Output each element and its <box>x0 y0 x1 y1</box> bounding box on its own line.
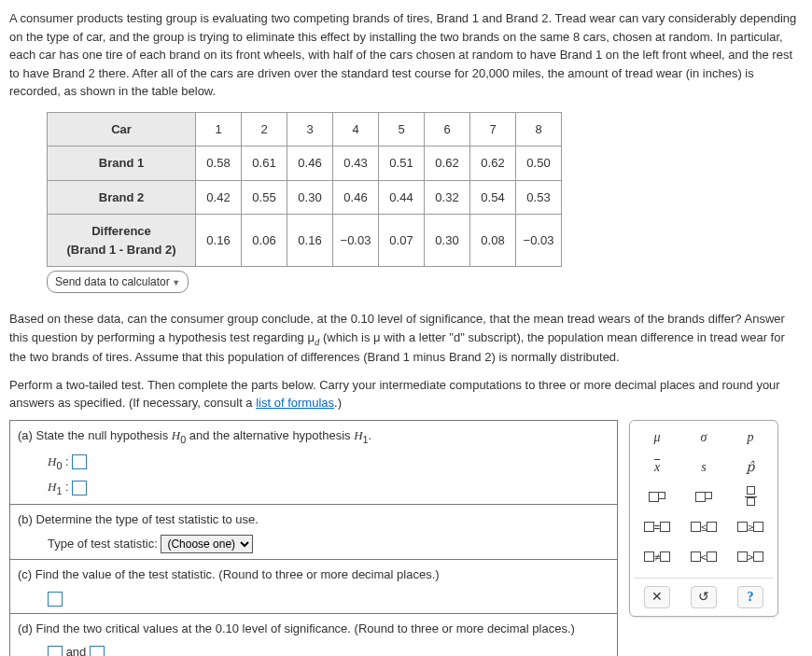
cell: 0.61 <box>242 147 287 181</box>
symbol-gt[interactable]: > <box>733 548 768 566</box>
header-5: 5 <box>379 112 425 147</box>
cell: 0.54 <box>470 180 516 215</box>
close-button[interactable]: ✕ <box>644 586 670 608</box>
symbol-lt[interactable]: < <box>686 548 721 566</box>
symbol-palette: μ σ p x s p̂ = ≤ ≥ ≠ < > <box>629 420 778 617</box>
cell: 0.51 <box>379 147 425 181</box>
header-4: 4 <box>333 112 379 147</box>
symbol-p[interactable]: p <box>733 428 768 447</box>
header-1: 1 <box>196 112 242 147</box>
instructions: Perform a two-tailed test. Then complete… <box>9 376 803 412</box>
cell: 0.08 <box>470 215 516 267</box>
row-label-brand2: Brand 2 <box>48 180 196 215</box>
symbol-sigma[interactable]: σ <box>686 428 721 447</box>
test-statistic-select[interactable]: (Choose one) <box>161 535 253 553</box>
table-row: Brand 2 0.42 0.55 0.30 0.46 0.44 0.32 0.… <box>48 180 562 215</box>
cell: −0.03 <box>333 215 379 267</box>
test-stat-input[interactable] <box>48 592 63 607</box>
part-b: (b) Determine the type of test statistic… <box>10 505 617 560</box>
cell: 0.16 <box>287 215 333 267</box>
row-label-brand1: Brand 1 <box>48 147 196 181</box>
part-d: (d) Find the two critical values at the … <box>10 614 617 656</box>
cell: 0.30 <box>287 180 333 215</box>
symbol-mu[interactable]: μ <box>639 428 675 447</box>
data-table: Car 1 2 3 4 5 6 7 8 Brand 1 0.58 0.61 0.… <box>47 112 562 268</box>
table-row: Brand 1 0.58 0.61 0.46 0.43 0.51 0.62 0.… <box>48 147 562 181</box>
cell: 0.42 <box>196 180 242 215</box>
cell: 0.46 <box>287 147 333 181</box>
cell: 0.44 <box>379 180 425 215</box>
symbol-subscript[interactable] <box>686 488 721 507</box>
reset-button[interactable]: ↺ <box>691 586 717 608</box>
send-data-button[interactable]: Send data to calculator <box>47 271 189 293</box>
cell: 0.43 <box>333 147 379 181</box>
symbol-exponent[interactable] <box>639 488 675 507</box>
question-paragraph: Based on these data, can the consumer gr… <box>9 310 803 367</box>
cell: 0.50 <box>516 147 562 181</box>
cell: 0.07 <box>379 215 425 267</box>
h1-input[interactable] <box>72 481 87 495</box>
formulas-link[interactable]: list of formulas <box>256 396 334 410</box>
part-a: (a) State the null hypothesis H0 and the… <box>10 421 617 505</box>
h0-input[interactable] <box>72 454 87 469</box>
crit-value-1-input[interactable] <box>48 646 63 656</box>
cell: 0.06 <box>242 215 287 267</box>
symbol-fraction[interactable] <box>733 488 768 507</box>
symbol-le[interactable]: ≤ <box>686 518 721 537</box>
header-car: Car <box>48 112 196 147</box>
help-button[interactable]: ? <box>737 586 763 608</box>
symbol-s[interactable]: s <box>686 458 721 477</box>
cell: 0.46 <box>333 180 379 215</box>
symbol-xbar[interactable]: x <box>639 458 675 477</box>
crit-value-2-input[interactable] <box>90 646 105 656</box>
cell: 0.53 <box>516 180 562 215</box>
cell: −0.03 <box>516 215 562 267</box>
header-6: 6 <box>425 112 470 147</box>
header-8: 8 <box>516 112 562 147</box>
symbol-ge[interactable]: ≥ <box>733 518 768 537</box>
symbol-phat[interactable]: p̂ <box>733 458 768 477</box>
cell: 0.16 <box>196 215 242 267</box>
cell: 0.30 <box>425 215 470 267</box>
cell: 0.58 <box>196 147 242 181</box>
symbol-equals[interactable]: = <box>639 518 675 537</box>
part-c: (c) Find the value of the test statistic… <box>10 560 617 614</box>
header-3: 3 <box>287 112 333 147</box>
cell: 0.62 <box>425 147 470 181</box>
cell: 0.55 <box>242 180 287 215</box>
header-7: 7 <box>470 112 516 147</box>
cell: 0.32 <box>425 180 470 215</box>
symbol-ne[interactable]: ≠ <box>639 548 675 566</box>
table-row: Difference (Brand 1 - Brand 2) 0.16 0.06… <box>48 215 562 267</box>
row-label-diff: Difference (Brand 1 - Brand 2) <box>48 215 196 267</box>
intro-text: A consumer products testing group is eva… <box>9 9 803 101</box>
cell: 0.62 <box>470 147 516 181</box>
header-2: 2 <box>242 112 287 147</box>
answer-form: (a) State the null hypothesis H0 and the… <box>9 420 618 656</box>
